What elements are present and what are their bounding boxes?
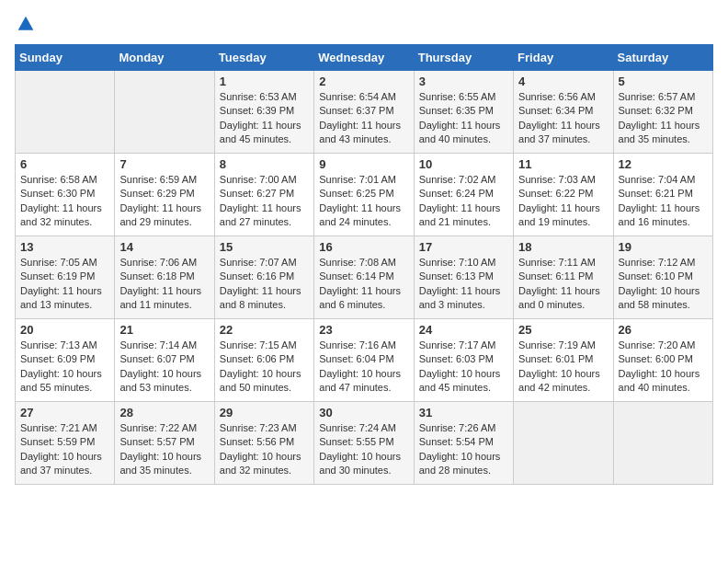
day-number: 19: [619, 240, 708, 254]
day-sunrise: Sunrise: 7:16 AM: [319, 339, 396, 350]
day-daylight: Daylight: 11 hours and 8 minutes.: [220, 285, 301, 310]
day-number: 27: [20, 406, 109, 419]
day-daylight: Daylight: 11 hours and 43 minutes.: [319, 120, 401, 144]
calendar-body: 1 Sunrise: 6:53 AM Sunset: 6:39 PM Dayli…: [16, 71, 713, 485]
day-daylight: Daylight: 11 hours and 6 minutes.: [319, 285, 401, 310]
weekday-header: Thursday: [414, 45, 513, 71]
calendar-cell: 4 Sunrise: 6:56 AM Sunset: 6:34 PM Dayli…: [514, 71, 613, 154]
day-sunrise: Sunrise: 6:55 AM: [419, 91, 496, 102]
day-sunset: Sunset: 6:11 PM: [518, 270, 593, 282]
day-sunrise: Sunrise: 7:01 AM: [319, 174, 396, 185]
day-number: 9: [319, 157, 408, 171]
day-sunrise: Sunrise: 7:26 AM: [419, 422, 496, 433]
day-sunset: Sunset: 6:03 PM: [419, 353, 494, 364]
day-number: 14: [119, 240, 209, 254]
calendar-cell: 25 Sunrise: 7:19 AM Sunset: 6:01 PM Dayl…: [514, 319, 613, 402]
calendar-cell: 19 Sunrise: 7:12 AM Sunset: 6:10 PM Dayl…: [613, 236, 712, 319]
day-sunset: Sunset: 6:25 PM: [319, 188, 393, 199]
day-daylight: Daylight: 11 hours and 27 minutes.: [220, 202, 301, 227]
day-daylight: Daylight: 10 hours and 58 minutes.: [619, 285, 700, 310]
day-sunset: Sunset: 6:01 PM: [518, 353, 593, 364]
svg-marker-0: [18, 17, 34, 30]
calendar-cell: [16, 71, 115, 154]
day-number: 7: [119, 157, 209, 171]
day-number: 2: [319, 75, 408, 88]
day-sunset: Sunset: 6:21 PM: [619, 188, 693, 199]
calendar-week-row: 13 Sunrise: 7:05 AM Sunset: 6:19 PM Dayl…: [16, 236, 713, 319]
day-sunrise: Sunrise: 7:00 AM: [220, 174, 297, 185]
day-sunset: Sunset: 6:06 PM: [220, 353, 294, 364]
day-sunrise: Sunrise: 7:04 AM: [619, 174, 696, 185]
day-sunset: Sunset: 6:35 PM: [419, 105, 494, 116]
day-daylight: Daylight: 10 hours and 50 minutes.: [220, 368, 301, 393]
day-sunset: Sunset: 6:39 PM: [220, 105, 294, 116]
calendar-cell: 11 Sunrise: 7:03 AM Sunset: 6:22 PM Dayl…: [514, 154, 613, 236]
day-daylight: Daylight: 11 hours and 37 minutes.: [518, 120, 600, 144]
calendar-cell: 13 Sunrise: 7:05 AM Sunset: 6:19 PM Dayl…: [16, 236, 115, 319]
day-sunrise: Sunrise: 7:23 AM: [220, 422, 297, 433]
day-daylight: Daylight: 11 hours and 32 minutes.: [20, 202, 102, 227]
day-number: 13: [20, 240, 109, 254]
weekday-header: Saturday: [613, 45, 712, 71]
day-daylight: Daylight: 10 hours and 45 minutes.: [419, 368, 501, 393]
calendar-table: SundayMondayTuesdayWednesdayThursdayFrid…: [15, 44, 713, 485]
calendar-week-row: 20 Sunrise: 7:13 AM Sunset: 6:09 PM Dayl…: [16, 319, 713, 402]
day-sunset: Sunset: 6:22 PM: [518, 188, 593, 199]
day-sunrise: Sunrise: 7:13 AM: [20, 339, 97, 350]
day-sunset: Sunset: 6:24 PM: [419, 188, 494, 199]
day-number: 3: [419, 75, 508, 88]
day-number: 21: [119, 323, 209, 337]
day-number: 12: [619, 157, 708, 171]
logo: [15, 15, 35, 33]
calendar-cell: 24 Sunrise: 7:17 AM Sunset: 6:03 PM Dayl…: [414, 319, 513, 402]
calendar-cell: 22 Sunrise: 7:15 AM Sunset: 6:06 PM Dayl…: [214, 319, 313, 402]
day-sunrise: Sunrise: 7:24 AM: [319, 422, 396, 433]
day-sunrise: Sunrise: 7:11 AM: [518, 257, 596, 268]
day-sunrise: Sunrise: 7:17 AM: [419, 339, 496, 350]
day-daylight: Daylight: 11 hours and 16 minutes.: [619, 202, 700, 227]
calendar-cell: 28 Sunrise: 7:22 AM Sunset: 5:57 PM Dayl…: [115, 402, 214, 485]
day-daylight: Daylight: 11 hours and 24 minutes.: [319, 202, 401, 227]
calendar-cell: 18 Sunrise: 7:11 AM Sunset: 6:11 PM Dayl…: [514, 236, 613, 319]
day-daylight: Daylight: 10 hours and 40 minutes.: [619, 368, 700, 393]
day-sunrise: Sunrise: 7:21 AM: [20, 422, 97, 433]
calendar-cell: 16 Sunrise: 7:08 AM Sunset: 6:14 PM Dayl…: [314, 236, 414, 319]
day-number: 20: [20, 323, 109, 337]
weekday-header: Tuesday: [214, 45, 313, 71]
day-sunrise: Sunrise: 7:05 AM: [20, 257, 97, 268]
day-daylight: Daylight: 10 hours and 30 minutes.: [319, 451, 401, 476]
day-sunset: Sunset: 5:57 PM: [119, 436, 194, 447]
calendar-week-row: 1 Sunrise: 6:53 AM Sunset: 6:39 PM Dayli…: [16, 71, 713, 154]
day-daylight: Daylight: 11 hours and 19 minutes.: [518, 202, 600, 227]
day-number: 8: [220, 157, 309, 171]
logo-icon: [17, 15, 35, 33]
day-sunset: Sunset: 6:37 PM: [319, 105, 393, 116]
day-daylight: Daylight: 11 hours and 0 minutes.: [518, 285, 600, 310]
page-header: [15, 15, 713, 33]
day-sunset: Sunset: 6:07 PM: [119, 353, 194, 364]
day-sunset: Sunset: 5:55 PM: [319, 436, 393, 447]
day-number: 11: [518, 157, 608, 171]
day-daylight: Daylight: 11 hours and 21 minutes.: [419, 202, 501, 227]
day-number: 18: [518, 240, 608, 254]
day-number: 26: [619, 323, 708, 337]
day-sunrise: Sunrise: 6:59 AM: [119, 174, 197, 185]
day-number: 15: [220, 240, 309, 254]
day-daylight: Daylight: 10 hours and 28 minutes.: [419, 451, 501, 476]
day-sunrise: Sunrise: 7:02 AM: [419, 174, 496, 185]
day-daylight: Daylight: 11 hours and 13 minutes.: [20, 285, 102, 310]
calendar-week-row: 6 Sunrise: 6:58 AM Sunset: 6:30 PM Dayli…: [16, 154, 713, 236]
day-sunrise: Sunrise: 7:20 AM: [619, 339, 696, 350]
day-number: 16: [319, 240, 408, 254]
calendar-cell: [115, 71, 214, 154]
weekday-header: Monday: [115, 45, 214, 71]
day-sunset: Sunset: 6:04 PM: [319, 353, 393, 364]
calendar-cell: [514, 402, 613, 485]
day-sunset: Sunset: 6:30 PM: [20, 188, 95, 199]
weekday-row: SundayMondayTuesdayWednesdayThursdayFrid…: [16, 45, 713, 71]
calendar-cell: 5 Sunrise: 6:57 AM Sunset: 6:32 PM Dayli…: [613, 71, 712, 154]
calendar-cell: 27 Sunrise: 7:21 AM Sunset: 5:59 PM Dayl…: [16, 402, 115, 485]
calendar-cell: 7 Sunrise: 6:59 AM Sunset: 6:29 PM Dayli…: [115, 154, 214, 236]
day-sunrise: Sunrise: 7:14 AM: [119, 339, 197, 350]
day-daylight: Daylight: 11 hours and 29 minutes.: [119, 202, 201, 227]
